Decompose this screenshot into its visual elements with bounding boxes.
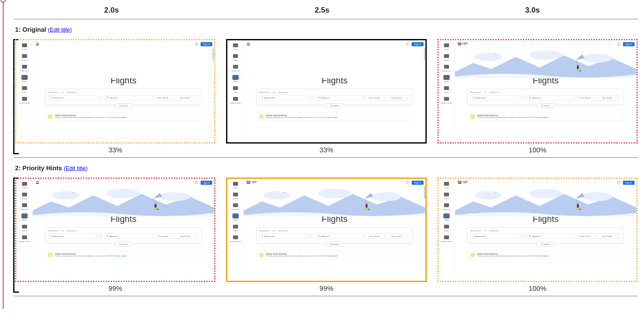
- advisory-more-link[interactable]: More details: [116, 255, 127, 257]
- swap-icon[interactable]: [521, 96, 525, 100]
- where-to-input[interactable]: 📍Where to?: [104, 95, 153, 100]
- filmstrip-frame[interactable]: TravelExploreThings to doFlightsHotelsVa…: [437, 39, 638, 154]
- sidebar-item-icon[interactable]: [22, 182, 27, 186]
- menu-icon[interactable]: [36, 43, 39, 45]
- scrollbar[interactable]: [424, 179, 425, 281]
- passengers-select[interactable]: 1: [273, 91, 275, 93]
- swap-icon[interactable]: [310, 234, 314, 238]
- sidebar-item-icon[interactable]: [444, 235, 449, 239]
- passengers-select[interactable]: 1: [273, 229, 275, 232]
- where-from-input[interactable]: ⊙Where from?: [470, 234, 519, 239]
- where-from-input[interactable]: ⊙Where from?: [259, 95, 308, 100]
- trip-type-select[interactable]: Round trip: [470, 91, 481, 93]
- sidebar-item-icon[interactable]: [233, 65, 238, 69]
- sidebar-item-icon[interactable]: [233, 203, 238, 207]
- sidebar-item-icon[interactable]: [444, 76, 449, 79]
- swap-icon[interactable]: [310, 96, 314, 100]
- sidebar-item-icon[interactable]: [444, 214, 449, 218]
- menu-icon[interactable]: [36, 181, 39, 184]
- filmstrip-frame[interactable]: TravelExploreThings to doFlightsHotelsVa…: [437, 178, 638, 293]
- sidebar-item-icon[interactable]: [22, 193, 27, 196]
- advisory-more-link[interactable]: More details: [538, 255, 549, 257]
- edit-title-link[interactable]: (Edit title): [48, 27, 72, 33]
- date-range-input[interactable]: ▭ Fri, Oct 22‹ ›Tue, Oct 26‹ ›: [577, 95, 621, 100]
- passengers-select[interactable]: 1: [484, 91, 486, 93]
- menu-icon[interactable]: [247, 181, 250, 184]
- sign-in-button[interactable]: Sign in: [412, 42, 423, 46]
- search-button[interactable]: 🔍 Search: [325, 242, 344, 246]
- sign-in-button[interactable]: Sign in: [201, 181, 212, 185]
- sidebar-item-icon[interactable]: [22, 43, 27, 47]
- sidebar-item-icon[interactable]: [444, 193, 449, 196]
- where-from-input[interactable]: ⊙Where from?: [48, 95, 97, 100]
- sidebar-item-icon[interactable]: [22, 214, 27, 218]
- filmstrip-frame[interactable]: TravelExploreThings to doFlightsHotelsVa…: [15, 39, 215, 154]
- menu-icon[interactable]: [247, 43, 250, 45]
- date-range-input[interactable]: ▭ Fri, Oct 22‹ ›Tue, Oct 26‹ ›: [366, 234, 410, 239]
- scrollbar[interactable]: [424, 40, 425, 142]
- trip-type-select[interactable]: Round trip: [259, 91, 269, 93]
- apps-grid-icon[interactable]: [617, 181, 620, 184]
- sidebar-item-icon[interactable]: [22, 76, 27, 79]
- cabin-select[interactable]: Economy: [67, 229, 77, 232]
- sidebar-item-icon[interactable]: [233, 182, 238, 186]
- sidebar-item-icon[interactable]: [444, 97, 449, 101]
- apps-grid-icon[interactable]: [617, 42, 620, 46]
- sidebar-item-icon[interactable]: [233, 97, 238, 101]
- search-button[interactable]: 🔍 Search: [114, 103, 133, 108]
- sidebar-item-icon[interactable]: [22, 203, 27, 207]
- sidebar-item-icon[interactable]: [444, 65, 449, 69]
- trip-type-select[interactable]: Round trip: [48, 91, 58, 93]
- advisory-more-link[interactable]: More details: [538, 116, 549, 118]
- filmstrip-frame[interactable]: TravelExploreThings to doFlightsHotelsVa…: [15, 178, 215, 293]
- sidebar-item-icon[interactable]: [233, 193, 238, 196]
- date-range-input[interactable]: ▭ Fri, Oct 22‹ ›Tue, Oct 26‹ ›: [577, 234, 621, 239]
- swap-icon[interactable]: [98, 234, 102, 238]
- cabin-select[interactable]: Economy: [67, 91, 77, 93]
- search-button[interactable]: 🔍 Search: [114, 242, 133, 246]
- filmstrip-frame[interactable]: TravelExploreThings to doFlightsHotelsVa…: [226, 39, 426, 154]
- sidebar-item-icon[interactable]: [22, 235, 27, 239]
- advisory-more-link[interactable]: More details: [116, 116, 127, 118]
- sidebar-item-icon[interactable]: [444, 54, 449, 58]
- sidebar-item-icon[interactable]: [233, 76, 238, 79]
- passengers-select[interactable]: 1: [62, 91, 64, 93]
- where-to-input[interactable]: 📍Where to?: [526, 95, 575, 100]
- sidebar-item-icon[interactable]: [233, 43, 238, 47]
- sidebar-item-icon[interactable]: [444, 203, 449, 207]
- edit-title-link[interactable]: (Edit title): [64, 165, 87, 172]
- cabin-select[interactable]: Economy: [490, 91, 499, 93]
- sign-in-button[interactable]: Sign in: [201, 42, 212, 46]
- sidebar-item-icon[interactable]: [444, 225, 449, 229]
- sidebar-item-icon[interactable]: [22, 54, 27, 58]
- sidebar-item-icon[interactable]: [22, 86, 27, 90]
- where-from-input[interactable]: ⊙Where from?: [259, 234, 308, 239]
- where-to-input[interactable]: 📍Where to?: [526, 234, 575, 239]
- cabin-select[interactable]: Economy: [278, 229, 288, 232]
- sidebar-item-icon[interactable]: [22, 65, 27, 69]
- sidebar-item-icon[interactable]: [22, 97, 27, 101]
- sign-in-button[interactable]: Sign in: [412, 181, 423, 185]
- sidebar-item-icon[interactable]: [233, 225, 238, 229]
- swap-icon[interactable]: [98, 96, 102, 100]
- apps-grid-icon[interactable]: [406, 42, 409, 46]
- apps-grid-icon[interactable]: [406, 181, 409, 184]
- filmstrip-frame[interactable]: TravelExploreThings to doFlightsHotelsVa…: [226, 178, 426, 293]
- sidebar-item-icon[interactable]: [444, 86, 449, 90]
- advisory-more-link[interactable]: More details: [327, 255, 338, 257]
- where-to-input[interactable]: 📍Where to?: [104, 234, 153, 239]
- search-button[interactable]: 🔍 Search: [536, 103, 555, 108]
- date-range-input[interactable]: ▭ Fri, Oct 22‹ ›Tue, Oct 26‹ ›: [155, 95, 199, 100]
- where-from-input[interactable]: ⊙Where from?: [48, 234, 97, 239]
- trip-type-select[interactable]: Round trip: [470, 229, 481, 232]
- where-to-input[interactable]: 📍Where to?: [315, 234, 364, 239]
- sidebar-item-icon[interactable]: [22, 225, 27, 229]
- scrollbar[interactable]: [213, 40, 214, 142]
- sidebar-item-icon[interactable]: [233, 214, 238, 218]
- cabin-select[interactable]: Economy: [490, 229, 499, 232]
- search-button[interactable]: 🔍 Search: [536, 242, 555, 246]
- sidebar-item-icon[interactable]: [444, 43, 449, 47]
- sidebar-item-icon[interactable]: [233, 235, 238, 239]
- search-button[interactable]: 🔍 Search: [325, 103, 344, 108]
- trip-type-select[interactable]: Round trip: [259, 229, 269, 232]
